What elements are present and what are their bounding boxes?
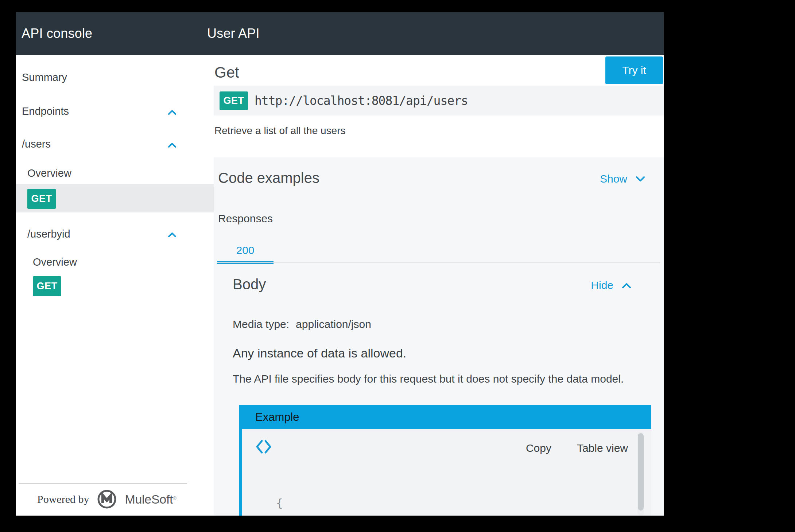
body-section-title: Body bbox=[233, 277, 266, 292]
media-type-value: application/json bbox=[296, 318, 371, 330]
body-section-toggle[interactable]: Hide bbox=[591, 279, 631, 292]
tab-baseline bbox=[217, 262, 660, 263]
toggle-label: Show bbox=[600, 173, 627, 185]
data-allowed-note: Any instance of data is allowed. bbox=[233, 346, 406, 360]
api-console-app: API console User API Summary Endpoints /… bbox=[16, 12, 664, 516]
request-url-bar: GET http://localhost:8081/api/users bbox=[214, 86, 664, 116]
example-card-header: Example bbox=[239, 405, 651, 429]
request-method-badge: GET bbox=[220, 91, 248, 110]
chevron-up-icon[interactable] bbox=[168, 142, 176, 148]
sidebar-item-userbyid[interactable]: /userbyid bbox=[27, 228, 70, 240]
data-model-note: The API file specifies body for this req… bbox=[233, 373, 624, 385]
powered-by: Powered by MuleSoft® bbox=[37, 489, 177, 509]
sidebar: Summary Endpoints /users Overview GET /u… bbox=[16, 55, 214, 516]
get-method-badge[interactable]: GET bbox=[27, 189, 56, 209]
responses-title: Responses bbox=[218, 212, 273, 225]
media-type-row: Media type: application/json bbox=[233, 318, 371, 330]
main-panel: Get Try it GET http://localhost:8081/api… bbox=[214, 55, 664, 516]
code-examples-toggle[interactable]: Show bbox=[600, 173, 645, 185]
sidebar-item-users-overview[interactable]: Overview bbox=[27, 167, 71, 179]
sidebar-item-users[interactable]: /users bbox=[22, 138, 51, 150]
app-title: API console bbox=[22, 26, 92, 41]
mulesoft-logo-icon bbox=[97, 489, 117, 509]
powered-by-label: Powered by bbox=[37, 493, 89, 505]
registered-mark: ® bbox=[173, 496, 176, 501]
sidebar-item-users-get[interactable]: GET bbox=[16, 184, 214, 212]
scrollbar[interactable] bbox=[637, 432, 644, 516]
operation-description: Retrieve a list of all the users bbox=[214, 125, 346, 137]
json-line: { bbox=[242, 496, 629, 510]
example-code-area: Copy Table view { "id": 1, "name": "Lean… bbox=[239, 429, 651, 516]
toggle-label: Hide bbox=[591, 279, 613, 292]
chevron-up-icon[interactable] bbox=[168, 110, 176, 115]
media-type-label: Media type: bbox=[233, 318, 289, 330]
example-title: Example bbox=[255, 405, 299, 429]
sidebar-item-endpoints[interactable]: Endpoints bbox=[22, 105, 69, 117]
json-example: { "id": 1, "name": "Leanne Graham", "use… bbox=[242, 468, 629, 516]
app-header: API console User API bbox=[16, 12, 664, 55]
sidebar-item-userbyid-get[interactable]: GET bbox=[33, 276, 61, 296]
scrollbar-thumb[interactable] bbox=[638, 433, 644, 511]
sidebar-item-summary[interactable]: Summary bbox=[22, 71, 67, 83]
table-view-button[interactable]: Table view bbox=[577, 442, 628, 454]
response-tab-200[interactable]: 200 bbox=[217, 239, 274, 261]
chevron-up-icon bbox=[622, 283, 631, 288]
copy-button[interactable]: Copy bbox=[526, 442, 551, 454]
request-url: http://localhost:8081/api/users bbox=[255, 86, 468, 116]
code-examples-title: Code examples bbox=[218, 171, 319, 185]
operation-title: Get bbox=[214, 65, 239, 80]
code-view-icon[interactable] bbox=[255, 439, 272, 454]
api-title: User API bbox=[207, 26, 260, 41]
sidebar-item-userbyid-overview[interactable]: Overview bbox=[33, 256, 77, 268]
documentation-panel: Code examples Show Responses 200 Body Hi… bbox=[214, 157, 664, 516]
mulesoft-brand: MuleSoft® bbox=[125, 492, 176, 506]
chevron-down-icon bbox=[636, 176, 645, 182]
sidebar-divider bbox=[19, 483, 187, 484]
try-it-button[interactable]: Try it bbox=[605, 56, 663, 84]
chevron-up-icon[interactable] bbox=[168, 232, 176, 237]
example-card: Example Copy Table view { "id": 1, bbox=[239, 405, 651, 516]
